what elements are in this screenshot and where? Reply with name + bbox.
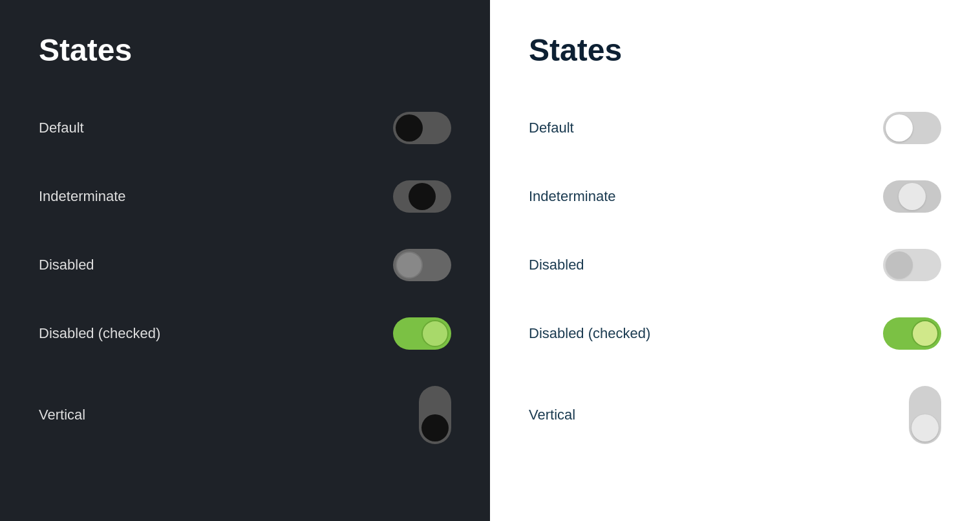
dark-row-disabled: Disabled [39, 231, 451, 299]
dark-toggle-disabled [393, 249, 451, 281]
dark-label-vertical: Vertical [39, 407, 85, 423]
light-row-disabled: Disabled [529, 231, 941, 299]
dark-row-disabled-checked: Disabled (checked) [39, 299, 451, 368]
dark-label-disabled-checked: Disabled (checked) [39, 325, 160, 342]
dark-label-default: Default [39, 120, 84, 136]
light-label-disabled: Disabled [529, 257, 584, 273]
light-label-disabled-checked: Disabled (checked) [529, 325, 650, 342]
dark-panel-title: States [39, 32, 451, 68]
light-toggle-default-thumb [886, 114, 913, 142]
dark-toggle-indeterminate-track [393, 180, 451, 213]
light-panel-title: States [529, 32, 941, 68]
light-toggle-disabled-checked-thumb [911, 320, 939, 347]
light-toggle-indeterminate-wrap [883, 180, 941, 213]
light-panel: States Default Indeterminate [490, 0, 980, 521]
dark-row-default: Default [39, 94, 451, 162]
light-toggle-default-wrap [883, 112, 941, 144]
light-toggle-default[interactable] [883, 112, 941, 144]
dark-toggle-default-wrap [393, 112, 451, 144]
light-row-default: Default [529, 94, 941, 162]
dark-label-indeterminate: Indeterminate [39, 188, 126, 205]
dark-toggle-disabled-thumb [396, 251, 423, 279]
dark-toggle-default[interactable] [393, 112, 451, 144]
light-toggle-vertical[interactable] [909, 386, 941, 444]
dark-toggle-indeterminate-thumb [409, 183, 436, 210]
light-toggle-default-track [883, 112, 941, 144]
dark-toggle-disabled-checked-wrap [393, 317, 451, 350]
dark-states-list: Default Indeterminate [39, 94, 451, 462]
dark-toggle-disabled-checked-track [393, 317, 451, 350]
dark-label-disabled: Disabled [39, 257, 94, 273]
dark-toggle-indeterminate-wrap [393, 180, 451, 213]
light-toggle-indeterminate-thumb [899, 183, 926, 210]
light-toggle-indeterminate[interactable] [883, 180, 941, 213]
light-label-default: Default [529, 120, 574, 136]
light-toggle-vertical-track [909, 386, 941, 444]
light-toggle-disabled-checked-wrap [883, 317, 941, 350]
dark-toggle-default-track [393, 112, 451, 144]
light-toggle-vertical-wrap [909, 386, 941, 444]
light-toggle-disabled [883, 249, 941, 281]
dark-toggle-vertical-wrap [419, 386, 451, 444]
light-states-list: Default Indeterminate [529, 94, 941, 462]
light-toggle-indeterminate-track [883, 180, 941, 213]
light-row-disabled-checked: Disabled (checked) [529, 299, 941, 368]
dark-toggle-indeterminate[interactable] [393, 180, 451, 213]
dark-toggle-vertical-track [419, 386, 451, 444]
dark-toggle-vertical-thumb [421, 414, 449, 441]
light-toggle-disabled-checked [883, 317, 941, 350]
dark-panel: States Default Indeterminate [0, 0, 490, 521]
dark-row-indeterminate: Indeterminate [39, 162, 451, 231]
dark-toggle-disabled-checked [393, 317, 451, 350]
light-toggle-disabled-wrap [883, 249, 941, 281]
light-label-vertical: Vertical [529, 407, 575, 423]
light-toggle-disabled-track [883, 249, 941, 281]
light-row-indeterminate: Indeterminate [529, 162, 941, 231]
dark-toggle-disabled-track [393, 249, 451, 281]
light-label-indeterminate: Indeterminate [529, 188, 616, 205]
dark-toggle-disabled-checked-thumb [421, 320, 449, 347]
dark-toggle-default-thumb [396, 114, 423, 142]
dark-toggle-vertical[interactable] [419, 386, 451, 444]
light-toggle-disabled-checked-track [883, 317, 941, 350]
dark-row-vertical: Vertical [39, 368, 451, 462]
light-toggle-disabled-thumb [886, 251, 913, 279]
light-row-vertical: Vertical [529, 368, 941, 462]
light-toggle-vertical-thumb [911, 414, 939, 441]
dark-toggle-disabled-wrap [393, 249, 451, 281]
